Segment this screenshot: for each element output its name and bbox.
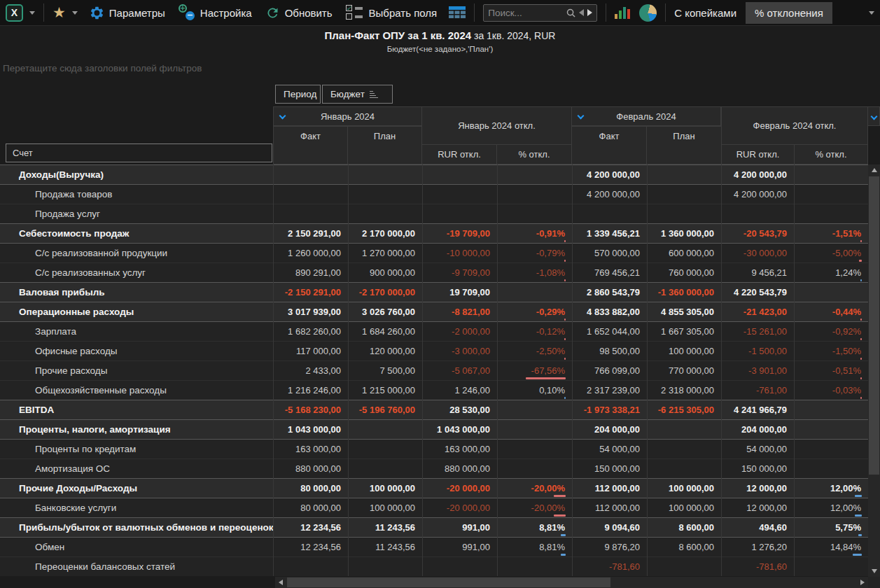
cell: [497, 165, 572, 185]
cell: 2 170 000,00: [348, 224, 422, 244]
cell: 120 000,00: [348, 342, 422, 361]
column-header-feb-rur-dev[interactable]: RUR откл.: [721, 144, 795, 164]
cell: -5 067,00: [422, 361, 497, 381]
search-input[interactable]: [488, 8, 563, 18]
cell: 760 000,00: [647, 263, 721, 283]
horizontal-scrollbar[interactable]: [275, 577, 868, 588]
parameters-button[interactable]: Параметры: [90, 6, 165, 20]
arrow-right-icon: [860, 580, 865, 585]
cell: 991,00: [422, 518, 497, 538]
cell: 8 600,00: [647, 538, 721, 557]
column-header-label: Факт: [300, 131, 321, 141]
search-prev-button[interactable]: [579, 9, 584, 16]
column-group-january-deviation[interactable]: Январь 2024 откл.: [421, 106, 572, 145]
scroll-right-button[interactable]: [857, 577, 868, 588]
cell: 1 667 305,00: [647, 322, 721, 342]
cell: 2 860 543,79: [572, 283, 647, 302]
cell: 100 000,00: [647, 342, 721, 361]
column-group-february[interactable]: Февраль 2024: [571, 106, 721, 126]
column-group-dropdown-icon[interactable]: [870, 113, 877, 120]
table-row: Амортизация ОС880 000,00880 000,00150 00…: [0, 458, 868, 478]
vertical-scrollbar[interactable]: [868, 164, 880, 577]
row-label: Прибыль/убыток от валютных обменов и пер…: [0, 518, 273, 538]
scroll-down-button[interactable]: [868, 566, 880, 577]
column-header-feb-plan[interactable]: План: [646, 126, 722, 164]
row-label: Операционные расходы: [0, 302, 273, 322]
bar-chart-button[interactable]: [615, 6, 630, 19]
report-title-suffix: за 1кв. 2024, RUR: [471, 30, 555, 41]
cell: -5 196 760,00: [348, 400, 422, 420]
field-chip-budget[interactable]: Бюджет: [322, 85, 393, 104]
row-label: С/с реализованных услуг: [0, 263, 273, 283]
row-field-account[interactable]: Счет: [6, 144, 272, 162]
table-row: С/с реализованных услуг890 291,00900 000…: [0, 262, 868, 282]
deviation-toggle-button[interactable]: % отклонения: [746, 2, 832, 24]
cell: 4 855 305,00: [647, 302, 721, 322]
cell: 1 360 000,00: [647, 224, 721, 244]
column-header-jan-plan[interactable]: План: [347, 126, 422, 164]
cell: 150 000,00: [721, 459, 794, 479]
chevron-down-icon: [72, 11, 78, 15]
cell: 4 220 543,79: [721, 283, 794, 302]
cell: -5 168 230,00: [273, 400, 348, 420]
star-icon: ★: [53, 6, 66, 20]
cell: [348, 459, 422, 479]
column-group-next-partial[interactable]: [867, 106, 880, 126]
cell: 900 000,00: [348, 263, 422, 283]
cell: 3 017 939,00: [273, 302, 348, 322]
cell: -781,60: [721, 557, 794, 577]
scroll-up-button[interactable]: [868, 164, 880, 176]
column-group-dropdown-icon[interactable]: [578, 113, 585, 120]
toolbar-overflow-caret[interactable]: [869, 11, 874, 15]
row-label: Зарплата: [0, 322, 273, 342]
column-group-dropdown-icon[interactable]: [279, 113, 286, 120]
cell: 2 318 000,00: [647, 381, 721, 400]
favorites-button[interactable]: ★: [53, 6, 78, 20]
pie-chart-button[interactable]: [639, 4, 657, 22]
vertical-scroll-thumb[interactable]: [869, 176, 879, 475]
column-header-feb-pct-dev[interactable]: % откл.: [794, 144, 868, 164]
cell: -20 000,00: [422, 498, 497, 518]
column-header-jan-pct-dev[interactable]: % откл.: [496, 144, 572, 164]
cell: -30 000,00: [721, 244, 794, 263]
cell: 100 000,00: [348, 498, 422, 518]
column-header-label: RUR откл.: [736, 149, 780, 160]
parameters-label: Параметры: [109, 7, 165, 19]
scroll-left-button[interactable]: [275, 577, 286, 588]
pivot-grid: Доходы(Выручка)4 200 000,004 200 000,00П…: [0, 164, 868, 576]
kopecks-toggle-button[interactable]: С копейками: [674, 7, 736, 19]
field-chip-period[interactable]: Период: [275, 85, 321, 104]
choose-fields-button[interactable]: ✓ Выбрать поля: [346, 5, 438, 20]
column-header-jan-rur-dev[interactable]: RUR откл.: [421, 144, 497, 164]
cell: 880 000,00: [422, 459, 497, 479]
deviation-bar: [564, 338, 566, 340]
cell: 8 600,00: [647, 518, 721, 538]
deviation-bar: [858, 534, 862, 536]
cell: -19 709,00: [422, 224, 497, 244]
table-row: Проценты по кредитам163 000,00163 000,00…: [0, 439, 868, 458]
refresh-button[interactable]: Обновить: [265, 6, 333, 20]
excel-export-button[interactable]: X: [6, 4, 35, 22]
filter-drop-area[interactable]: Перетащите сюда заголовки полей фильтров: [3, 63, 202, 74]
cell: 12,00%: [794, 479, 868, 498]
cell: -6 215 305,00: [647, 400, 721, 420]
cell: -1,50%: [794, 342, 868, 361]
table-row: С/с реализованной продукции1 260 000,001…: [0, 243, 868, 262]
horizontal-scroll-thumb[interactable]: [287, 578, 610, 587]
kopecks-label: С копейками: [674, 7, 736, 19]
column-header-label: Факт: [599, 131, 620, 141]
search-next-button[interactable]: [587, 9, 592, 16]
table-row: Переоценки балансовых статей-781,60-781,…: [0, 556, 868, 576]
deviation-bar: [859, 260, 862, 262]
table-row: Прочие Доходы/Расходы80 000,00100 000,00…: [0, 478, 868, 498]
column-group-february-deviation[interactable]: Февраль 2024 откл.: [721, 106, 868, 145]
column-group-january[interactable]: Январь 2024: [273, 106, 422, 126]
cell: [497, 204, 572, 224]
settings-button[interactable]: +− Настройка: [179, 4, 252, 21]
column-header-jan-fact[interactable]: Факт: [273, 126, 348, 164]
table-view-button[interactable]: [449, 6, 466, 19]
table-icon: [449, 6, 466, 19]
cell: 1 652 044,00: [572, 322, 647, 342]
cell: 4 200 000,00: [721, 165, 794, 185]
column-header-feb-fact[interactable]: Факт: [571, 126, 647, 164]
